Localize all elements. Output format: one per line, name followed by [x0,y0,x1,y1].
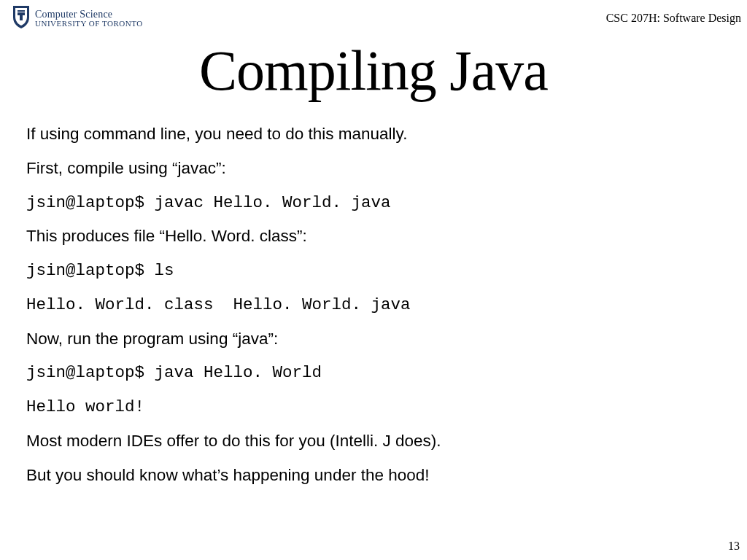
terminal-line: jsin@laptop$ java Hello. World [26,364,721,382]
paragraph: This produces file “Hello. Word. class”: [26,228,721,246]
logo-university: University of Toronto [35,20,143,28]
paragraph: Most modern IDEs offer to do this for yo… [26,432,721,451]
paragraph: But you should know what’s happening und… [26,467,721,485]
paragraph: Now, run the program using “java”: [26,330,721,349]
logo-dept: Computer Science [35,9,143,20]
terminal-line: Hello world! [26,398,721,416]
shield-icon [12,4,31,32]
paragraph: First, compile using “javac”: [26,160,721,178]
terminal-line: jsin@laptop$ javac Hello. World. java [26,194,721,212]
terminal-line: jsin@laptop$ ls [26,262,721,280]
institution-logo: Computer Science University of Toronto [12,4,143,32]
slide-body: If using command line, you need to do th… [26,125,721,538]
slide-header: Computer Science University of Toronto C… [0,0,747,35]
page-number: 13 [728,540,740,553]
paragraph: If using command line, you need to do th… [26,125,721,144]
slide-title: Compiling Java [0,38,747,104]
svg-rect-0 [18,10,25,12]
course-title: CSC 207H: Software Design [606,12,741,25]
terminal-line: Hello. World. class Hello. World. java [26,296,721,314]
